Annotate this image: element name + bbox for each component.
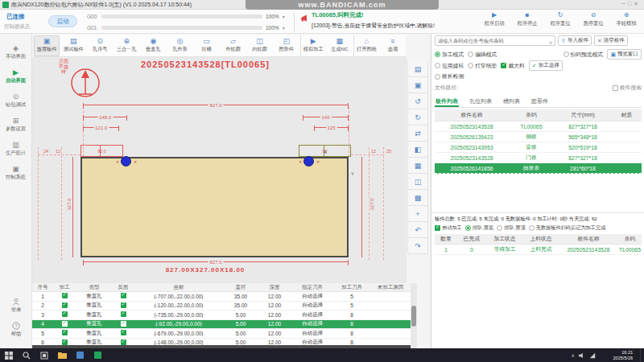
view-tool-button[interactable]: ▦ — [407, 158, 428, 174]
queue-top-radio[interactable]: 排队.置顶 — [497, 224, 525, 232]
auto-machining-checkbox[interactable]: 自动加工 — [435, 224, 462, 232]
notification-center-button[interactable] — [640, 348, 644, 362]
start-button[interactable]: 启动 — [48, 15, 77, 27]
view-tool-button[interactable]: ⇄ — [407, 125, 428, 142]
program-button[interactable]: ⊕ 手轮模拟 — [612, 11, 641, 27]
backside-checkbox[interactable] — [121, 330, 126, 335]
hole-marker[interactable] — [303, 156, 314, 167]
plate-row[interactable]: 20250523143528 TL00065 827*327*18 — [435, 121, 642, 132]
apply-rotation-radio[interactable]: 应用旋转 — [435, 62, 464, 70]
chevron-down-icon[interactable]: ∨ — [549, 39, 552, 45]
feed-progress-bar[interactable] — [101, 26, 262, 30]
view-tool-button[interactable]: ◫ — [407, 174, 428, 190]
plate-row[interactable]: 20250523143953 背板 520*519*18 — [435, 142, 642, 153]
chevron-down-icon[interactable]: ▾ — [283, 14, 285, 19]
machined-checkbox[interactable] — [62, 302, 68, 308]
drawing-canvas[interactable]: 20250523143528[TL00065] 正面不旋转 827.0 148.… — [32, 57, 407, 283]
minimize-icon[interactable]: ─ — [621, 1, 628, 6]
plate-row[interactable]: 20250526141856 抽屉条 281*60*18 — [435, 163, 642, 174]
import-board-button[interactable]: ⇧导入板件 — [558, 35, 592, 46]
toolbar-item[interactable]: ⌂ 打开图纸 — [353, 35, 379, 56]
list-tab[interactable]: 孔位列表 — [469, 95, 493, 107]
toolbar-item[interactable]: ◎ 孔外形 — [167, 35, 192, 56]
view-tool-button[interactable]: ◧ — [407, 142, 428, 158]
toolbar-item[interactable]: ▤ 测试板件 — [60, 35, 86, 56]
board-rect[interactable] — [80, 157, 349, 257]
close-icon[interactable]: ✕ — [634, 1, 641, 6]
view-tool-button[interactable]: ▣ — [407, 77, 428, 93]
volume-icon[interactable] — [579, 352, 585, 359]
hole-table-row[interactable]: 5 垂直孔 (-679.00,-29.00,0.00) 5.00 12.00 自… — [32, 329, 411, 339]
sidebar-item[interactable]: ▣ 控制系统 — [0, 161, 31, 185]
mode-scan-preview-radio[interactable]: 扫码预览模式 — [564, 51, 604, 59]
sidebar-item[interactable]: ▥ 生产统计 — [0, 137, 31, 161]
mode-edit-radio[interactable]: 编辑模式 — [468, 51, 497, 59]
program-button[interactable]: ▶ 程序启动 — [480, 11, 509, 27]
backside-checkbox[interactable] — [121, 311, 126, 317]
program-button[interactable]: ⊘ 急停复位 — [579, 11, 608, 27]
machining-select-button[interactable]: ✓加工选择 — [529, 60, 563, 71]
task-view-button[interactable] — [35, 348, 53, 362]
start-button[interactable] — [0, 348, 18, 362]
machined-checkbox[interactable] — [62, 293, 68, 298]
taskbar-search-button[interactable] — [18, 348, 35, 362]
pierce-pad-radio[interactable]: 打穿纸垫 — [468, 62, 497, 70]
plate-row[interactable]: 20250526135423 侧板 565*348*18 — [435, 132, 642, 142]
big-stock-checkbox[interactable]: 裁大料 — [501, 62, 524, 70]
backside-checkbox[interactable] — [121, 302, 126, 308]
preview-window-button[interactable]: ▣预览窗口 — [607, 49, 642, 60]
window-controls[interactable]: ─□✕ — [621, 1, 641, 7]
file-explorer-button[interactable] — [53, 348, 71, 362]
view-tool-button[interactable]: + — [407, 206, 428, 222]
taskbar-app-bandicam[interactable] — [71, 348, 89, 362]
holes-scrollbar[interactable] — [411, 283, 417, 348]
toolbar-item[interactable]: ▱ 外轮廓 — [221, 35, 246, 56]
list-tab[interactable]: 图形件 — [530, 95, 549, 107]
sidebar-item[interactable]: ▶ 自动界面 — [0, 64, 31, 88]
toolbar-item[interactable]: ⊙ 孔序号 — [87, 35, 113, 56]
tray-chevron-icon[interactable]: ∧ — [572, 352, 575, 358]
plate-row[interactable]: 20250523143528 门板 827*327*18 — [435, 153, 642, 163]
toolbar-item[interactable]: ◉ 垂直孔 — [140, 35, 166, 56]
network-icon[interactable] — [589, 352, 596, 359]
view-tool-button[interactable]: ↺ — [407, 93, 428, 109]
machined-checkbox[interactable] — [62, 330, 68, 335]
toolbar-item[interactable]: ≡ 选项 — [380, 35, 406, 56]
machined-checkbox[interactable] — [62, 311, 68, 317]
list-tab[interactable]: 板件列表 — [435, 95, 459, 107]
machined-checkbox[interactable] — [62, 339, 68, 345]
hole-table-row[interactable]: 2 垂直孔 (-120.00,-22.00,0.00) 35.00 12.00 … — [32, 302, 411, 311]
backside-checkbox[interactable] — [121, 339, 126, 345]
toolbar-item[interactable]: ◫ 内轮廓 — [247, 35, 273, 56]
view-tool-button[interactable]: ▤ — [407, 61, 428, 77]
clear-board-button[interactable]: ✕清空板件 — [594, 35, 628, 46]
backside-checkbox[interactable] — [121, 293, 126, 298]
hole-table-row[interactable]: 1 垂直孔 (-707.00,-22.00,0.00) 35.00 12.00 … — [32, 292, 411, 302]
view-tool-button[interactable]: ↻ — [407, 109, 428, 125]
queue-bottom-radio[interactable]: 排队.置底 — [465, 224, 493, 232]
toolbar-item[interactable]: ▭ 拉槽 — [193, 35, 219, 56]
sidebar-item[interactable]: ◈ 手动界面 — [0, 40, 31, 64]
view-tool-button[interactable]: ↷ — [407, 238, 428, 254]
barcode-search-input[interactable] — [435, 35, 555, 46]
hole-table-row[interactable]: 4 垂直孔 (-92.00,-29.00,0.00) 5.00 12.00 自动… — [32, 320, 411, 330]
program-button[interactable]: ■ 程序停止 — [513, 11, 542, 27]
hole-table-row[interactable]: 3 垂直孔 (-735.00,-29.00,0.00) 5.00 12.00 自… — [32, 311, 411, 320]
sidebar-item[interactable]: ⊞ 参数设置 — [0, 113, 31, 137]
view-tool-button[interactable]: ↶ — [407, 222, 428, 238]
toolbar-item[interactable]: ▦ 生成NC — [327, 35, 353, 56]
taskbar-app-cnc[interactable] — [89, 348, 106, 362]
nodata-scan-radio[interactable]: 无数据板件扫码后记为加工完成 — [529, 224, 606, 232]
login-button[interactable]: 登录 — [0, 294, 32, 318]
hole-marker[interactable] — [121, 156, 131, 167]
chevron-down-icon[interactable]: ▾ — [283, 25, 285, 31]
feed-progress-bar[interactable] — [101, 14, 262, 19]
machined-checkbox[interactable] — [62, 321, 68, 327]
list-tab[interactable]: 槽列表 — [502, 95, 521, 107]
scrollbar-thumb[interactable] — [411, 306, 416, 327]
program-button[interactable]: ↻ 程序复位 — [546, 11, 575, 27]
queue-row[interactable]: 1 0 等待加工 上料完成 20250523143528 TL00065 — [435, 245, 642, 255]
view-tool-button[interactable]: ▩ — [407, 190, 428, 206]
groove-left[interactable]: 92.0 — [80, 145, 123, 157]
toolbar-item[interactable]: ▶ 模拟加工 — [300, 35, 326, 56]
